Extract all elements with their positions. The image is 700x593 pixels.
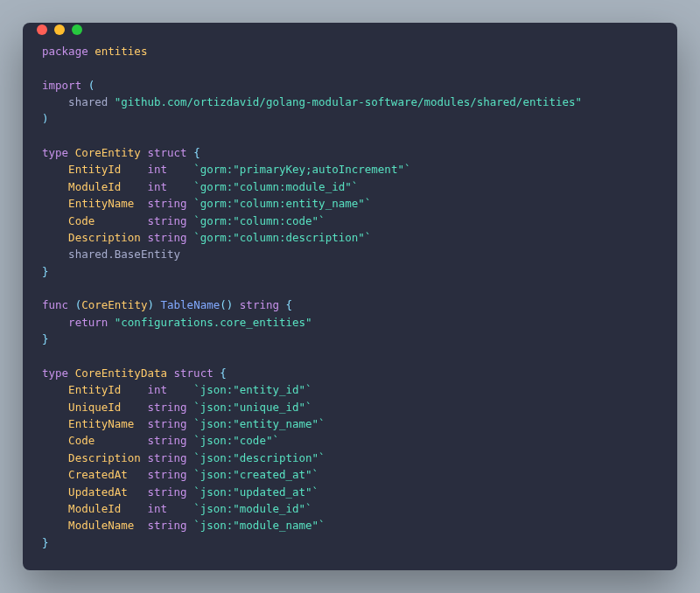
code-block: package entities import ( shared "github… <box>23 38 677 570</box>
code-window: package entities import ( shared "github… <box>23 23 677 570</box>
window-titlebar <box>23 23 677 38</box>
close-icon[interactable] <box>37 24 47 35</box>
zoom-icon[interactable] <box>72 24 82 35</box>
minimize-icon[interactable] <box>54 24 65 35</box>
